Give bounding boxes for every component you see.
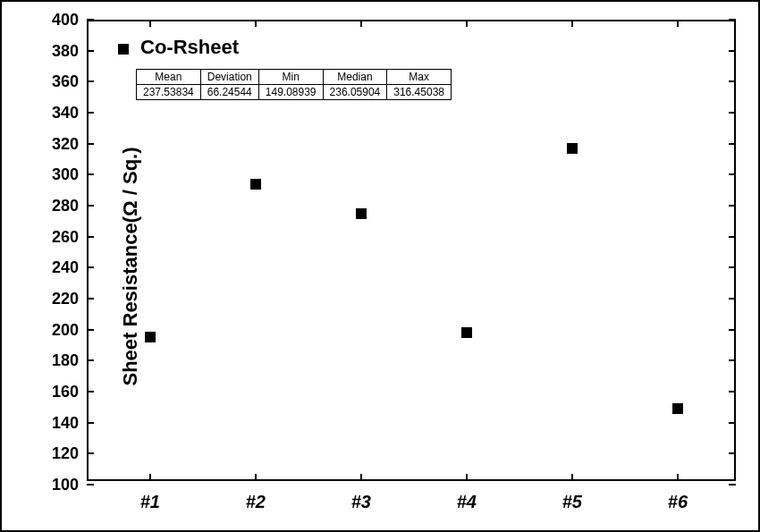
y-tick-label: 280 bbox=[38, 197, 79, 215]
y-tick bbox=[729, 112, 736, 114]
y-tick-label: 360 bbox=[38, 72, 79, 91]
y-tick bbox=[87, 236, 94, 238]
legend-marker bbox=[118, 44, 129, 55]
y-tick-label: 240 bbox=[38, 258, 79, 277]
data-point bbox=[567, 143, 578, 154]
x-tick bbox=[571, 474, 573, 481]
y-tick-label: 340 bbox=[38, 104, 79, 122]
x-tick bbox=[255, 20, 257, 27]
y-tick bbox=[87, 484, 94, 486]
stats-header: Deviation bbox=[200, 70, 258, 85]
y-tick bbox=[729, 266, 736, 268]
y-tick bbox=[729, 484, 736, 486]
x-tick-label: #2 bbox=[246, 492, 266, 512]
y-tick-label: 320 bbox=[38, 134, 79, 153]
stats-header: Min bbox=[258, 70, 323, 85]
stats-table: Mean Deviation Min Median Max 237.53834 … bbox=[136, 69, 452, 100]
data-point bbox=[250, 179, 261, 190]
x-tick-label: #4 bbox=[457, 492, 477, 512]
y-tick bbox=[87, 80, 94, 82]
y-tick-label: 380 bbox=[38, 41, 79, 60]
y-tick bbox=[87, 173, 94, 175]
x-tick bbox=[149, 20, 151, 27]
data-point bbox=[461, 327, 472, 338]
y-tick bbox=[729, 329, 736, 331]
y-tick-label: 180 bbox=[38, 351, 79, 370]
data-point bbox=[356, 208, 367, 219]
y-tick bbox=[729, 143, 736, 145]
x-tick-label: #1 bbox=[140, 492, 160, 512]
y-tick-label: 260 bbox=[38, 227, 79, 246]
x-tick bbox=[255, 474, 257, 481]
y-tick-label: 120 bbox=[38, 444, 79, 463]
stats-value: 237.53834 bbox=[137, 85, 201, 100]
y-tick bbox=[729, 173, 736, 175]
y-tick bbox=[87, 143, 94, 145]
y-tick bbox=[729, 359, 736, 361]
y-tick bbox=[729, 80, 736, 82]
y-tick bbox=[87, 452, 94, 454]
y-tick bbox=[87, 19, 94, 21]
y-tick bbox=[87, 112, 94, 114]
x-tick bbox=[360, 474, 362, 481]
y-tick bbox=[87, 50, 94, 52]
chart-title: Co-Rsheet bbox=[140, 36, 239, 59]
x-tick bbox=[571, 20, 573, 27]
x-tick-label: #3 bbox=[351, 492, 371, 512]
y-tick bbox=[87, 266, 94, 268]
y-tick bbox=[87, 391, 94, 393]
y-tick bbox=[87, 359, 94, 361]
y-tick bbox=[729, 236, 736, 238]
y-tick-label: 140 bbox=[38, 413, 79, 432]
x-tick bbox=[677, 20, 679, 27]
y-tick-label: 220 bbox=[38, 290, 79, 308]
chart-frame: Sheet Resistance(Ω / Sq.) Co-Rsheet Mean… bbox=[0, 0, 760, 532]
y-tick bbox=[87, 298, 94, 300]
x-tick bbox=[360, 20, 362, 27]
stats-value: 149.08939 bbox=[258, 85, 323, 100]
y-tick bbox=[729, 298, 736, 300]
stats-header: Median bbox=[323, 70, 387, 85]
x-tick bbox=[677, 474, 679, 481]
y-tick bbox=[729, 422, 736, 424]
y-tick-label: 160 bbox=[38, 383, 79, 401]
y-tick-label: 300 bbox=[38, 165, 79, 184]
stats-value: 236.05904 bbox=[323, 85, 387, 100]
y-tick bbox=[87, 329, 94, 331]
y-tick-label: 200 bbox=[38, 320, 79, 339]
data-point bbox=[145, 332, 156, 342]
y-tick-label: 100 bbox=[38, 476, 79, 494]
x-tick bbox=[466, 474, 468, 481]
x-tick-label: #5 bbox=[562, 492, 582, 512]
stats-value-row: 237.53834 66.24544 149.08939 236.05904 3… bbox=[137, 85, 452, 100]
stats-header: Mean bbox=[137, 70, 201, 85]
y-tick bbox=[729, 19, 736, 21]
y-tick bbox=[729, 391, 736, 393]
stats-value: 316.45038 bbox=[387, 85, 452, 100]
x-tick bbox=[149, 474, 151, 481]
y-tick bbox=[729, 205, 736, 207]
y-tick bbox=[87, 422, 94, 424]
y-tick-label: 400 bbox=[38, 11, 79, 30]
data-point bbox=[672, 403, 683, 414]
stats-header-row: Mean Deviation Min Median Max bbox=[137, 70, 452, 85]
stats-header: Max bbox=[387, 70, 452, 85]
x-tick bbox=[466, 20, 468, 27]
y-tick bbox=[729, 50, 736, 52]
y-tick bbox=[729, 452, 736, 454]
stats-value: 66.24544 bbox=[200, 85, 258, 100]
y-tick bbox=[87, 205, 94, 207]
x-tick-label: #6 bbox=[668, 492, 688, 512]
